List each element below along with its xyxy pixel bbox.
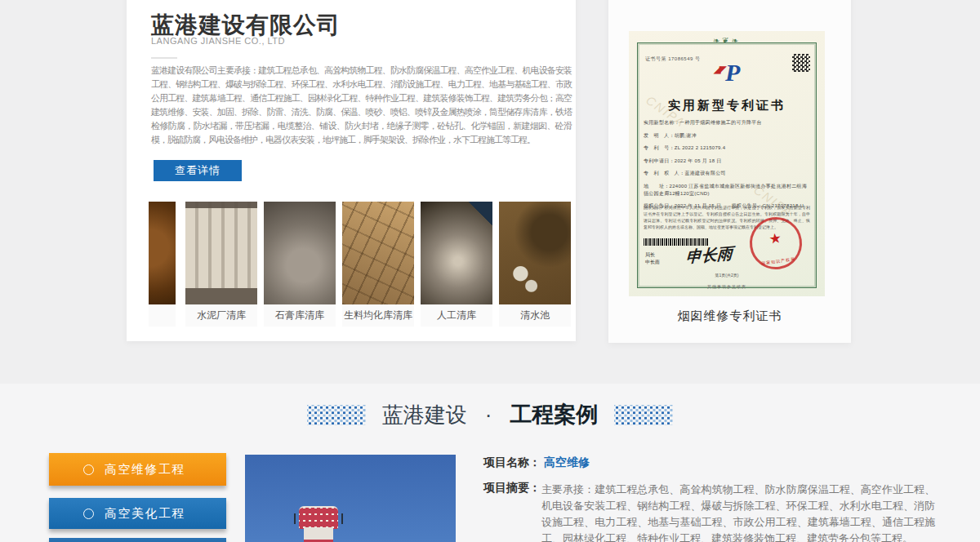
issuer-signature: 申长雨 [685, 242, 733, 268]
certificate-line: 专利申请日：2022 年 05 月 18 日 [644, 158, 810, 165]
gallery-photo [149, 202, 176, 304]
case-photo-chimney[interactable] [245, 455, 456, 542]
section-heading: 蓝港建设 · 工程案例 [0, 400, 980, 429]
gallery-photo [421, 202, 492, 304]
project-summary-label: 项目摘要： [483, 481, 541, 494]
gallery-photo [185, 202, 257, 304]
certificate-footer-note: 其他事项参见续页 [629, 284, 825, 289]
certificate-issuer: 局长 申长雨 [645, 251, 660, 266]
certificate-line: 专 利 权 人：蓝港建设有限公司 [644, 170, 810, 177]
gallery-item[interactable]: 库 [149, 202, 176, 327]
issuer-role: 局长 [645, 251, 660, 259]
chimney-cap [299, 506, 338, 529]
tab-third[interactable] [49, 538, 226, 542]
gallery-item[interactable]: 水泥厂清库 [185, 202, 257, 327]
tab-gaokong-weixiu[interactable]: 高空维修工程 [49, 453, 226, 486]
heading-title: 工程案例 [510, 400, 598, 429]
view-details-button[interactable]: 查看详情 [154, 160, 242, 181]
gallery-item[interactable]: 人工清库 [421, 202, 492, 327]
project-gallery-carousel: 库 水泥厂清库 石膏库清库 生料均化库清库 人工清库 [149, 202, 576, 329]
tab-gaokong-meihua[interactable]: 高空美化工程 [49, 498, 226, 529]
certificate-page-note: 第1页(共2页) [629, 273, 825, 278]
ring-icon [83, 509, 94, 519]
gallery-caption: 清水池 [499, 304, 571, 327]
issuer-name: 申长雨 [645, 259, 660, 266]
gallery-item[interactable]: 清水池 [499, 202, 571, 327]
certificate-fields: 实用新型名称：一种用于烟囱维修施工的可升降平台 发 明 人：胡鹏;谢冲 专 利 … [644, 119, 810, 215]
honor-card: - 荣誉资质 - CNIPA CNIPA ❧❦❧ 证书号第 17086549 号… [608, 0, 851, 343]
certificate-line: 发 明 人：胡鹏;谢冲 [644, 132, 810, 140]
project-name-label: 项目名称： [483, 455, 541, 469]
gallery-photo [264, 202, 336, 304]
certificate-line: 实用新型名称：一种用于烟囱维修施工的可升降平台 [644, 119, 810, 127]
gallery-caption: 水泥厂清库 [185, 304, 257, 327]
heading-separator: · [485, 402, 492, 428]
gallery-photo [499, 202, 571, 304]
certificate-line: 地 址：224000 江苏省盐城市城南新区新都街道办事处兆港村二组海德公园走廊1… [644, 183, 810, 198]
project-summary-text: 主要承接：建筑工程总承包、高耸构筑物工程、防水防腐保温工程、高空作业工程、机电设… [541, 482, 935, 542]
dots-decoration-icon [307, 405, 366, 425]
gallery-photo [342, 202, 414, 304]
project-summary-label-row: 项目摘要： [483, 481, 541, 495]
gallery-caption: 人工清库 [421, 304, 492, 327]
project-cases-section: 蓝港建设 · 工程案例 高空维修工程 高空美化工程 项目名称： 高空维修 [0, 384, 980, 542]
tab-label: 高空维修工程 [105, 462, 185, 478]
tab-label: 高空美化工程 [105, 506, 185, 522]
certificate-caption: 烟囱维修专利证书 [608, 309, 851, 324]
certificate-title: 实用新型专利证书 [629, 98, 825, 113]
gallery-caption: 石膏库清库 [264, 304, 336, 327]
gallery-item[interactable]: 石膏库清库 [264, 202, 336, 327]
page: 蓝港建设有限公司 LANGANG JIANSHE CO., LTD 蓝港建设有限… [0, 0, 980, 542]
heading-brand: 蓝港建设 [382, 401, 467, 429]
patent-certificate-image: CNIPA CNIPA ❧❦❧ 证书号第 17086549 号 ◢◤P 实用新型… [629, 31, 825, 296]
chimney-railing [341, 513, 343, 524]
chimney-railing [294, 513, 296, 524]
gallery-caption: 生料均化库清库 [342, 304, 414, 327]
gallery-caption: 库 [149, 304, 176, 327]
company-intro-section: 蓝港建设有限公司 LANGANG JIANSHE CO., LTD 蓝港建设有限… [0, 0, 980, 384]
cnipa-logo-icon: ◢◤P [629, 59, 825, 87]
company-intro-card: 蓝港建设有限公司 LANGANG JIANSHE CO., LTD 蓝港建设有限… [127, 0, 576, 341]
project-name-row: 项目名称： 高空维修 [483, 455, 590, 470]
ring-icon [83, 464, 94, 475]
dots-decoration-icon [614, 405, 673, 425]
chimney-column [304, 527, 333, 542]
company-name-en: LANGANG JIANSHE CO., LTD [151, 36, 285, 46]
project-name-link[interactable]: 高空维修 [544, 455, 590, 469]
gallery-item[interactable]: 生料均化库清库 [342, 202, 414, 327]
company-description: 蓝港建设有限公司主要承接：建筑工程总承包、高耸构筑物工程、防水防腐保温工程、高空… [151, 64, 572, 147]
vine-ornament-icon: ❧❦❧ [629, 36, 825, 45]
certificate-line: 专 利 号：ZL 2022 2 1215079.4 [644, 144, 810, 152]
barcode-icon [644, 238, 709, 246]
divider [151, 57, 177, 59]
